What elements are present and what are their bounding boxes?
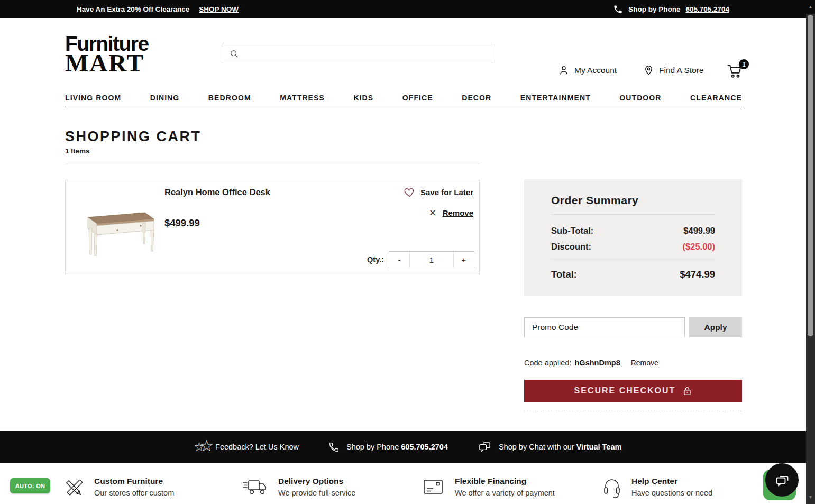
credit-card-icon <box>422 476 445 498</box>
nav-item-office[interactable]: OFFICE <box>402 94 433 102</box>
cart-button[interactable]: 1 <box>726 62 745 81</box>
nav-item-entertainment[interactable]: ENTERTAINMENT <box>520 94 591 102</box>
site-header: Furniture MART My Account Find A Store <box>0 18 815 87</box>
cart-count-badge: 1 <box>739 59 749 69</box>
nav-item-clearance[interactable]: CLEARANCE <box>690 94 742 102</box>
nav-item-outdoor[interactable]: OUTDOOR <box>619 94 661 102</box>
scroll-up-arrow-icon[interactable]: ▲ <box>806 0 815 14</box>
chat-bubbles-icon <box>478 441 492 454</box>
shopping-cart-page: Have An Extra 20% Off Clearance SHOP NOW… <box>0 0 815 504</box>
primary-nav: LIVING ROOM DINING BEDROOM MATTRESS KIDS… <box>65 88 742 107</box>
nav-item-bedroom[interactable]: BEDROOM <box>208 94 251 102</box>
promo-banner: Have An Extra 20% Off Clearance SHOP NOW… <box>0 0 815 18</box>
band-phone-text: Shop by Phone 605.705.2704 <box>346 443 448 451</box>
items-count: 1 Items <box>65 147 90 155</box>
feature-title: Custom Furniture <box>94 476 174 486</box>
feature-desc: We offer a variety of payment <box>455 489 555 497</box>
scrollbar-thumb[interactable] <box>808 15 813 336</box>
feature-title: Flexible Financing <box>455 476 555 486</box>
promo-code-input[interactable] <box>524 317 685 337</box>
divider <box>551 214 715 215</box>
pencil-ruler-icon <box>63 476 85 500</box>
total-label: Total: <box>551 269 577 280</box>
chat-icon <box>774 473 790 488</box>
user-icon <box>558 65 570 76</box>
close-icon: ✕ <box>429 208 436 218</box>
code-applied-label: Code applied: <box>524 359 572 367</box>
stars-icon: ☆☆ <box>194 439 208 455</box>
divider <box>65 164 480 164</box>
product-image-desk[interactable] <box>76 195 163 258</box>
phone-number-link[interactable]: 605.705.2704 <box>685 5 729 13</box>
secure-checkout-button[interactable]: SECURE CHECKOUT <box>524 380 742 402</box>
nav-item-mattress[interactable]: MATTRESS <box>280 94 325 102</box>
feature-custom-furniture[interactable]: Custom Furniture Our stores offer custom <box>63 476 174 500</box>
chat-launcher-button[interactable] <box>763 463 800 501</box>
band-phone-number: 605.705.2704 <box>401 443 448 451</box>
auto-on-badge[interactable]: AUTO: ON <box>10 478 50 493</box>
nav-item-dining[interactable]: DINING <box>150 94 180 102</box>
feature-desc: Have questions or need <box>631 489 712 497</box>
feature-help-center[interactable]: Help Center Have questions or need <box>602 476 712 500</box>
find-store-link[interactable]: Find A Store <box>643 65 703 76</box>
band-chat-text: Shop by Chat with our Virtual Team <box>499 443 621 451</box>
save-for-later-button[interactable]: Save for Later <box>404 187 473 198</box>
contact-band: ☆☆ Feedback? Let Us Know Shop by Phone 6… <box>0 431 815 463</box>
furniture-mart-logo[interactable]: Furniture MART <box>65 33 149 76</box>
subtotal-value: $499.99 <box>683 226 715 236</box>
nav-item-kids[interactable]: KIDS <box>353 94 373 102</box>
feature-title: Help Center <box>631 476 712 486</box>
subtotal-label: Sub-Total: <box>551 226 593 236</box>
headset-icon <box>602 476 622 500</box>
shop-by-phone-label: Shop by Phone <box>628 5 680 13</box>
save-for-later-label: Save for Later <box>420 188 473 197</box>
remove-item-button[interactable]: ✕ Remove <box>429 208 473 218</box>
qty-input[interactable] <box>409 252 454 268</box>
nav-item-decor[interactable]: DECOR <box>462 94 491 102</box>
heart-icon <box>404 187 416 198</box>
search-input[interactable] <box>244 44 495 63</box>
feature-title: Delivery Options <box>278 476 355 486</box>
apply-promo-button[interactable]: Apply <box>689 317 742 337</box>
discount-value: ($25.00) <box>683 242 715 252</box>
qty-increase-button[interactable]: + <box>454 252 474 268</box>
nav-item-living-room[interactable]: LIVING ROOM <box>65 94 121 102</box>
logo-text-mart: MART <box>65 51 149 76</box>
band-phone-prefix: Shop by Phone <box>346 443 399 451</box>
shop-now-link[interactable]: SHOP NOW <box>199 5 239 13</box>
page-title: SHOPPING CART <box>65 129 202 145</box>
chat-launcher-circle <box>765 463 799 497</box>
order-summary: Order Summary Sub-Total: $499.99 Discoun… <box>524 179 742 296</box>
phone-icon <box>613 4 623 14</box>
my-account-label: My Account <box>574 66 617 75</box>
discount-label: Discount: <box>551 242 591 252</box>
phone-icon <box>328 442 340 453</box>
page-scrollbar[interactable]: ▲ ▼ <box>806 0 815 504</box>
discount-row: Discount: ($25.00) <box>551 242 715 252</box>
scroll-down-arrow-icon[interactable]: ▼ <box>806 492 815 502</box>
quantity-stepper: - + <box>389 251 474 268</box>
band-chat-prefix: Shop by Chat with our <box>499 443 574 451</box>
qty-decrease-button[interactable]: - <box>389 252 409 268</box>
divider <box>524 411 742 411</box>
feedback-label: Feedback? Let Us Know <box>215 443 299 451</box>
divider <box>551 260 715 260</box>
my-account-link[interactable]: My Account <box>558 65 617 76</box>
band-chat-bold: Virtual Team <box>576 443 622 451</box>
applied-code-row: Code applied: hGshnDmp8 Remove <box>524 359 658 367</box>
search-box[interactable] <box>221 44 495 63</box>
total-row: Total: $474.99 <box>551 269 715 280</box>
truck-icon <box>242 476 269 498</box>
cart-item-card: Realyn Home Office Desk $499.99 Save for… <box>65 180 480 274</box>
product-name[interactable]: Realyn Home Office Desk <box>164 187 270 197</box>
remove-item-label: Remove <box>443 208 473 217</box>
feedback-link[interactable]: ☆☆ Feedback? Let Us Know <box>194 439 299 455</box>
location-pin-icon <box>643 65 654 76</box>
lock-icon <box>683 386 692 396</box>
applied-code-value: hGshnDmp8 <box>575 359 620 367</box>
feature-flexible-financing[interactable]: Flexible Financing We offer a variety of… <box>422 476 555 498</box>
feature-delivery-options[interactable]: Delivery Options We provide full-service <box>242 476 355 498</box>
shop-by-phone-link[interactable]: Shop by Phone 605.705.2704 <box>328 442 448 453</box>
remove-code-link[interactable]: Remove <box>631 359 658 367</box>
shop-by-chat-link[interactable]: Shop by Chat with our Virtual Team <box>478 441 621 454</box>
